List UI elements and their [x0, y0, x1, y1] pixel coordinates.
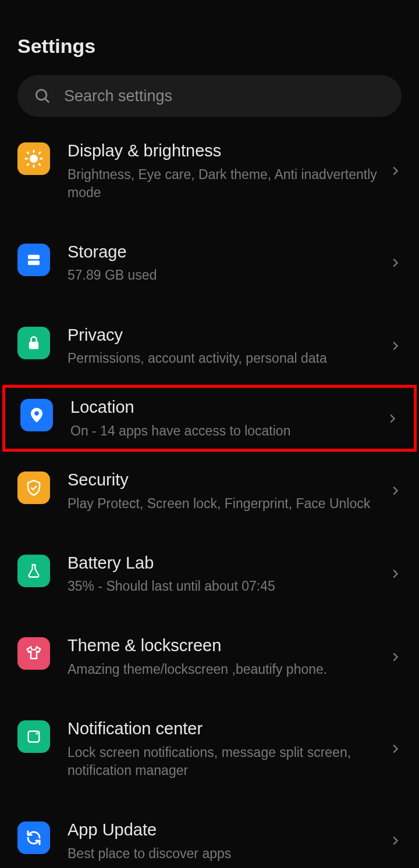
row-subtitle: Lock screen notifications, message split… — [68, 744, 377, 780]
row-notification[interactable]: Notification center Lock screen notifica… — [0, 706, 419, 791]
row-subtitle: Permissions, account activity, personal … — [68, 349, 377, 367]
chevron-right-icon — [389, 742, 402, 755]
search-icon — [34, 87, 51, 105]
search-input[interactable]: Search settings — [17, 75, 402, 117]
shield-icon — [17, 471, 50, 504]
svg-point-16 — [35, 733, 38, 735]
chevron-right-icon — [389, 834, 402, 847]
row-title: Location — [70, 397, 374, 419]
row-battery[interactable]: Battery Lab 35% - Should last until abou… — [0, 541, 419, 608]
svg-rect-13 — [29, 341, 38, 349]
search-placeholder: Search settings — [64, 87, 172, 105]
row-theme[interactable]: Theme & lockscreen Amazing theme/lockscr… — [0, 623, 419, 690]
storage-icon — [17, 244, 50, 276]
chevron-right-icon — [389, 484, 402, 497]
row-subtitle: 35% - Should last until about 07:45 — [68, 577, 377, 595]
chevron-right-icon — [389, 256, 402, 269]
svg-point-2 — [30, 155, 37, 162]
row-title: Notification center — [68, 718, 377, 740]
row-title: Storage — [68, 241, 377, 263]
chevron-right-icon — [389, 567, 402, 580]
chevron-right-icon — [389, 165, 402, 177]
svg-line-9 — [39, 152, 40, 153]
notification-icon — [17, 720, 50, 753]
lock-icon — [17, 327, 50, 359]
sync-icon — [17, 821, 50, 854]
shirt-icon — [17, 637, 50, 670]
row-app-update[interactable]: App Update Best place to discover apps — [0, 808, 419, 868]
settings-list: Display & brightness Brightness, Eye car… — [0, 128, 419, 868]
svg-rect-11 — [28, 255, 40, 259]
row-title: Battery Lab — [68, 552, 377, 574]
svg-line-8 — [39, 164, 40, 165]
svg-point-14 — [34, 411, 39, 416]
svg-line-7 — [27, 152, 29, 153]
row-subtitle: On - 14 apps have access to location — [70, 422, 374, 440]
row-privacy[interactable]: Privacy Permissions, account activity, p… — [0, 313, 419, 380]
svg-rect-12 — [28, 260, 40, 265]
svg-line-10 — [27, 164, 29, 165]
flask-icon — [17, 555, 50, 587]
row-title: App Update — [68, 819, 377, 841]
row-title: Theme & lockscreen — [68, 635, 377, 657]
row-title: Privacy — [68, 324, 377, 347]
row-security[interactable]: Security Play Protect, Screen lock, Fing… — [0, 458, 419, 524]
location-icon — [20, 399, 53, 431]
svg-line-1 — [45, 99, 49, 102]
row-display[interactable]: Display & brightness Brightness, Eye car… — [0, 128, 419, 213]
row-title: Security — [68, 469, 377, 491]
brightness-icon — [17, 142, 50, 175]
svg-point-0 — [36, 90, 47, 100]
page-title: Settings — [0, 6, 419, 75]
chevron-right-icon — [389, 651, 402, 663]
row-subtitle: 57.89 GB used — [68, 266, 377, 284]
row-subtitle: Brightness, Eye care, Dark theme, Anti i… — [68, 166, 377, 202]
row-storage[interactable]: Storage 57.89 GB used — [0, 230, 419, 297]
row-subtitle: Amazing theme/lockscreen ,beautify phone… — [68, 660, 377, 678]
row-title: Display & brightness — [68, 140, 377, 162]
row-subtitle: Play Protect, Screen lock, Fingerprint, … — [68, 495, 377, 513]
row-subtitle: Best place to discover apps — [68, 845, 377, 863]
chevron-right-icon — [389, 340, 402, 352]
row-location[interactable]: Location On - 14 apps have access to loc… — [2, 385, 417, 452]
chevron-right-icon — [386, 412, 399, 425]
